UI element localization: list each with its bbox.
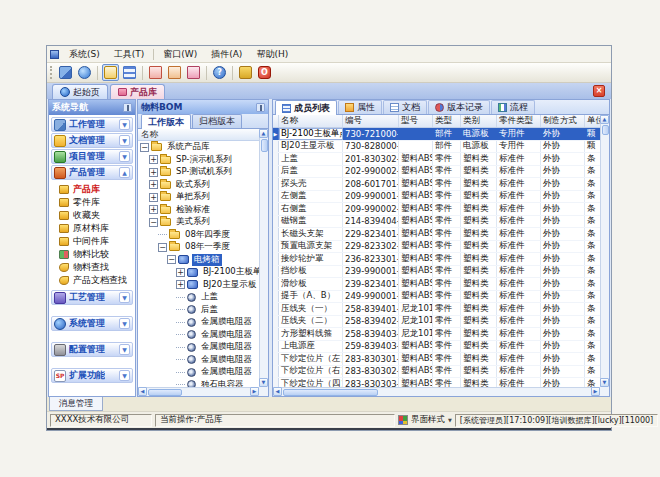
tree-node[interactable]: −美式系列 (138, 216, 259, 229)
column-header-3[interactable]: 类型 (433, 115, 461, 127)
expand-icon[interactable]: + (149, 180, 158, 189)
horizontal-scrollbar[interactable]: ◀ ▶ (138, 387, 259, 396)
column-header-6[interactable]: 制造方式 (541, 115, 585, 127)
table-row[interactable]: 滑纱板239-823401-00X塑料ABS零件塑料类标准件外协条 (273, 278, 600, 291)
tree-node[interactable]: 上盖 (138, 291, 259, 304)
tree-node[interactable]: −系统产品库 (138, 141, 259, 154)
table-row[interactable]: 压线夹（一）258-839401-00X尼龙1010零件塑料类标准件外协条 (273, 303, 600, 316)
navigator-panel-icon[interactable] (102, 64, 119, 81)
tree-node[interactable]: 后盖 (138, 304, 259, 317)
tab-start-page[interactable]: 起始页 (52, 84, 108, 99)
table-row[interactable]: 挡纱板239-990001-01X塑料ABS零件塑料类标准件外协条 (273, 266, 600, 279)
column-header-5[interactable]: 零件类型 (497, 115, 541, 127)
sidebar-item-parts-library[interactable]: 零件库 (51, 196, 133, 209)
table-row[interactable]: 长磁头支架229-823401-00X塑料ABS零件塑料类标准件外协条 (273, 228, 600, 241)
collapse-icon[interactable]: − (140, 143, 149, 152)
message-manager-tab[interactable]: 消息管理 (49, 397, 103, 411)
tree-node[interactable]: +BJ20主显示板 (138, 279, 259, 292)
pin-icon[interactable] (123, 103, 132, 112)
column-header-4[interactable]: 类别 (461, 115, 497, 127)
expand-icon[interactable]: + (149, 205, 158, 214)
scroll-right-icon[interactable]: ▶ (591, 387, 600, 396)
table-row[interactable]: 下纱定位片（左）283-830301-00X塑料ABS零件塑料类标准件外协条 (273, 353, 600, 366)
scroll-up-icon[interactable]: ▲ (259, 129, 268, 138)
toolbar-grip[interactable] (50, 66, 53, 79)
help-icon[interactable]: ? (211, 64, 228, 81)
tab-member-list[interactable]: 成员列表 (275, 100, 337, 115)
table-row[interactable]: 方形塑料线箍258-839403-00X尼龙1010零件塑料类标准件外协条 (273, 328, 600, 341)
column-header-1[interactable]: 编号 (343, 115, 399, 127)
chevron-down-icon[interactable]: ▼ (119, 119, 130, 130)
lock-icon[interactable] (237, 64, 254, 81)
chevron-down-icon[interactable]: ▼ (119, 292, 130, 303)
tab-archived-version[interactable]: 归档版本 (192, 114, 242, 128)
table-row[interactable]: 提手（A、B）249-990001-01X塑料ABS零件塑料类标准件外协条 (273, 291, 600, 304)
close-icon[interactable]: × (593, 85, 605, 97)
sidebar-group-header-extend-functions[interactable]: SP扩展功能▼ (51, 368, 133, 383)
column-header-0[interactable]: 名称 (279, 115, 343, 127)
tab-properties[interactable]: 属性 (338, 100, 382, 114)
workspace-icon[interactable] (57, 64, 74, 81)
vertical-scrollbar[interactable]: ▲ ▼ (259, 129, 268, 387)
table-row[interactable]: 探头壳208-601701-01X塑料ABS零件塑料类标准件外协条 (273, 178, 600, 191)
table-row[interactable]: 下纱定位片（四）283-830303-00X塑料ABS零件塑料类标准件外协条 (273, 378, 600, 387)
sidebar-item-product-doc-search[interactable]: 产品文档查找 (51, 274, 133, 287)
sidebar-item-favorites[interactable]: 收藏夹 (51, 209, 133, 222)
tree-node[interactable]: +SP-演示机系列 (138, 154, 259, 167)
tree-column-header[interactable]: 名称 (138, 129, 259, 141)
tree-node[interactable]: 金属膜电阻器 (138, 366, 259, 379)
message-send-icon[interactable] (185, 64, 202, 81)
horizontal-scrollbar[interactable]: ◀ ▶ (273, 387, 600, 396)
scroll-down-icon[interactable]: ▼ (259, 378, 268, 387)
sidebar-group-header-process-management[interactable]: 工艺管理▼ (51, 290, 133, 305)
table-row[interactable]: 后盖202-990002-01X塑料ABS零件塑料类标准件外协条 (273, 166, 600, 179)
collapse-icon[interactable]: − (149, 218, 158, 227)
sidebar-group-header-product-management[interactable]: 产品管理▲ (51, 165, 133, 180)
sidebar-group-header-project-management[interactable]: 项目管理▼ (51, 149, 133, 164)
chevron-down-icon[interactable]: ▼ (119, 318, 130, 329)
sidebar-item-product-library[interactable]: 产品库 (51, 183, 133, 196)
chevron-down-icon[interactable]: ▼ (119, 344, 130, 355)
sidebar-group-header-document-management[interactable]: 文档管理▼ (51, 133, 133, 148)
table-row[interactable]: 接纱轮护罩236-823301-00X塑料ABS零件塑料类标准件外协条 (273, 253, 600, 266)
web-icon[interactable] (76, 64, 93, 81)
exit-icon[interactable]: O (256, 64, 273, 81)
message-receive-icon[interactable] (166, 64, 183, 81)
tree-node[interactable]: +BJ-2100主板单点 (138, 266, 259, 279)
sidebar-group-header-system-management[interactable]: 系统管理▼ (51, 316, 133, 331)
tab-workflow[interactable]: 流程 (491, 100, 535, 114)
table-row[interactable]: 左侧盖209-990001-01X塑料ABS零件塑料类标准件外协条 (273, 191, 600, 204)
tree-node[interactable]: −电烤箱 (138, 254, 259, 267)
expand-icon[interactable]: + (176, 280, 185, 289)
tree-node[interactable]: +单把系列 (138, 191, 259, 204)
tree-node[interactable]: 独石电容器 (138, 379, 259, 388)
tree-node[interactable]: +SP-测试机系列 (138, 166, 259, 179)
message-new-icon[interactable] (147, 64, 164, 81)
tree-node[interactable]: −08年一季度 (138, 241, 259, 254)
table-row[interactable]: ▶BJ-2100主板单点730-721000-12X部件电源板专用件外协颗 (273, 128, 600, 141)
menu-plugins[interactable]: 插件(A) (204, 47, 249, 62)
collapse-icon[interactable]: − (167, 255, 176, 264)
scroll-left-icon[interactable]: ◀ (273, 387, 282, 396)
chevron-down-icon[interactable]: ▼ (119, 135, 130, 146)
scrollbar-thumb[interactable] (261, 139, 268, 152)
pin-icon[interactable] (256, 103, 265, 112)
tab-working-version[interactable]: 工作版本 (141, 114, 191, 129)
chevron-up-icon[interactable]: ▲ (119, 167, 130, 178)
scroll-left-icon[interactable]: ◀ (138, 387, 147, 396)
tree-node[interactable]: 金属膜电阻器 (138, 316, 259, 329)
tree-node[interactable]: 08年四季度 (138, 229, 259, 242)
chevron-down-icon[interactable]: ▼ (119, 151, 130, 162)
table-row[interactable]: 右侧盖209-990002-01X塑料ABS零件塑料类标准件外协条 (273, 203, 600, 216)
tab-version-history[interactable]: 版本记录 (428, 100, 490, 114)
sidebar-item-material-search[interactable]: 物料查找 (51, 261, 133, 274)
scroll-right-icon[interactable]: ▶ (250, 387, 259, 396)
sidebar-item-raw-material-library[interactable]: 原材料库 (51, 222, 133, 235)
scrollbar-thumb[interactable] (283, 389, 378, 396)
table-row[interactable]: 压线夹（二）258-839402-00X尼龙1010零件塑料类标准件外协条 (273, 316, 600, 329)
collapse-icon[interactable]: − (158, 243, 167, 252)
expand-icon[interactable]: + (149, 168, 158, 177)
table-row[interactable]: BJ20主显示板730-828000-04X部件电源板专用件外协颗 (273, 141, 600, 154)
tree-node[interactable]: 金属膜电阻器 (138, 354, 259, 367)
vertical-scrollbar[interactable]: ▲ ▼ (600, 115, 609, 387)
